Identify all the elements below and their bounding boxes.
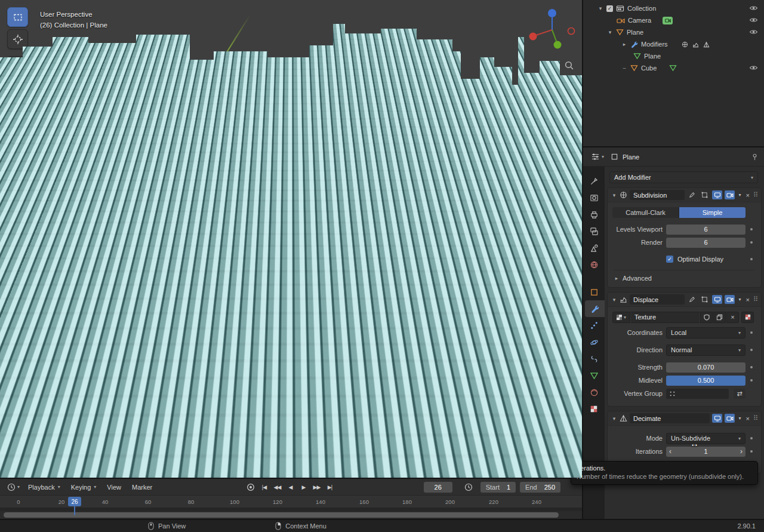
- menu-playback[interactable]: Playback▾: [23, 482, 65, 493]
- direction-dropdown[interactable]: Normal▾: [666, 345, 745, 356]
- menu-marker[interactable]: Marker: [127, 482, 157, 493]
- animate-dot[interactable]: [749, 349, 754, 351]
- tab-material[interactable]: [583, 384, 605, 401]
- strength-field[interactable]: 0.070: [666, 362, 745, 373]
- outliner-row-plane[interactable]: ▾ Plane: [583, 26, 764, 38]
- editor-type-button[interactable]: ▾: [589, 151, 606, 162]
- expand-icon[interactable]: ▾: [597, 5, 603, 11]
- hide-in-viewport-eye-icon[interactable]: [749, 64, 758, 72]
- unlink-icon[interactable]: ×: [726, 312, 739, 323]
- play-button[interactable]: ▶: [297, 482, 309, 493]
- expand-icon[interactable]: ▾: [611, 297, 617, 303]
- cage-edit-toggle[interactable]: [700, 190, 710, 199]
- hide-in-viewport-eye-icon[interactable]: [749, 28, 758, 36]
- animate-dot[interactable]: [749, 228, 754, 230]
- tab-constraints[interactable]: [583, 350, 605, 367]
- modifier-extras-icon[interactable]: ▾: [737, 297, 742, 302]
- zoom-view-button[interactable]: [562, 59, 576, 72]
- jump-to-end-button[interactable]: ▶|: [324, 482, 335, 493]
- box-select-tool-button[interactable]: [7, 7, 28, 27]
- decimate-header[interactable]: ▾ Decimate ▾ × ⠿: [608, 411, 761, 426]
- decimate-mini-icon[interactable]: [703, 41, 710, 48]
- texture-name-field[interactable]: Texture: [631, 312, 700, 323]
- tab-modifiers[interactable]: [585, 300, 605, 317]
- fake-user-shield-icon[interactable]: [700, 312, 713, 323]
- decrement-arrow-icon[interactable]: ‹: [666, 447, 674, 456]
- tab-scene[interactable]: [583, 239, 605, 256]
- add-modifier-dropdown[interactable]: Add Modifier ▾: [609, 171, 758, 183]
- outliner-row-cube[interactable]: – Cube: [583, 62, 764, 74]
- auto-keying-button[interactable]: [245, 482, 257, 493]
- animate-dot[interactable]: [749, 241, 754, 244]
- transform-tool-button[interactable]: [7, 122, 28, 142]
- tab-object-data[interactable]: [583, 367, 605, 384]
- toggle-ortho-grid-button[interactable]: [562, 121, 576, 134]
- annotate-tool-button[interactable]: [7, 149, 28, 169]
- move-tool-button[interactable]: [7, 56, 28, 76]
- timeline-editor-type-button[interactable]: ▾: [5, 482, 22, 493]
- use-preview-range-icon[interactable]: [464, 483, 473, 491]
- prev-keyframe-button[interactable]: ◀◀: [271, 482, 283, 493]
- outliner-row-camera[interactable]: Camera: [583, 14, 764, 26]
- animate-dot[interactable]: [749, 331, 754, 334]
- rotate-tool-button[interactable]: [7, 78, 28, 98]
- animate-dot[interactable]: [749, 366, 754, 368]
- simple-button[interactable]: Simple: [679, 207, 745, 218]
- tab-tool[interactable]: [583, 173, 605, 189]
- hide-in-viewport-eye-icon[interactable]: [749, 4, 758, 12]
- expand-icon[interactable]: ▾: [611, 192, 617, 198]
- subdivision-header[interactable]: ▾ Subdivision ▾ × ⠿: [608, 188, 761, 202]
- render-display-toggle[interactable]: [725, 295, 735, 304]
- camera-data-badge[interactable]: [663, 17, 673, 24]
- pan-view-button[interactable]: [562, 79, 576, 93]
- animate-dot[interactable]: [749, 379, 754, 382]
- expand-icon[interactable]: ▾: [611, 416, 617, 422]
- displace-header[interactable]: ▾ Displace ▾ × ⠿: [608, 293, 761, 307]
- iterations-field[interactable]: ‹ 1 ›: [666, 447, 745, 457]
- catmull-clark-button[interactable]: Catmull-Clark: [612, 207, 679, 218]
- outliner-row-collection[interactable]: ▾ ✓ Collection: [583, 2, 764, 14]
- drag-handle-icon[interactable]: ⠿: [753, 191, 757, 199]
- animate-dot[interactable]: [749, 258, 754, 260]
- duplicate-data-icon[interactable]: [713, 312, 726, 323]
- optimal-display-checkbox[interactable]: ✓: [666, 256, 673, 263]
- outliner-label-camera[interactable]: Camera: [628, 17, 651, 24]
- jump-to-start-button[interactable]: |◀: [258, 482, 270, 493]
- tab-render[interactable]: [583, 189, 605, 206]
- increment-arrow-icon[interactable]: ›: [737, 447, 745, 456]
- current-frame-field[interactable]: 26: [424, 482, 452, 493]
- outliner-label-collection[interactable]: Collection: [627, 5, 656, 12]
- realtime-display-toggle[interactable]: [712, 295, 722, 304]
- hide-in-viewport-eye-icon[interactable]: [749, 16, 758, 24]
- animate-dot[interactable]: [749, 437, 754, 439]
- tab-texture[interactable]: [583, 401, 605, 417]
- next-keyframe-button[interactable]: ▶▶: [310, 482, 322, 493]
- current-frame-marker[interactable]: 26: [68, 497, 81, 506]
- outliner-row-modifiers[interactable]: ▸ Modifiers: [583, 38, 764, 50]
- cube-mesh-data-badge[interactable]: [668, 64, 678, 72]
- measure-tool-button[interactable]: [7, 171, 28, 191]
- render-display-toggle[interactable]: [725, 414, 735, 423]
- subdivision-mini-icon[interactable]: [682, 41, 688, 48]
- realtime-display-toggle[interactable]: [712, 414, 722, 423]
- animate-dot[interactable]: [749, 450, 754, 453]
- 3d-viewport[interactable]: User Perspective (26) Collection | Plane: [0, 0, 582, 478]
- drag-handle-icon[interactable]: ⠿: [753, 414, 757, 422]
- collapse-icon[interactable]: ▸: [621, 41, 627, 47]
- tab-object[interactable]: [583, 284, 605, 300]
- levels-viewport-field[interactable]: 6: [666, 225, 745, 235]
- realtime-display-toggle[interactable]: [712, 190, 722, 199]
- modifier-name-field[interactable]: Subdivision: [630, 190, 685, 200]
- tab-particles[interactable]: [583, 317, 605, 334]
- menu-keying[interactable]: Keying▾: [66, 482, 101, 493]
- cursor-tool-button[interactable]: [7, 29, 28, 49]
- modifier-extras-icon[interactable]: ▾: [737, 192, 742, 198]
- invert-vertex-group-button[interactable]: ⇄: [734, 389, 745, 399]
- expand-icon[interactable]: ▾: [607, 29, 613, 35]
- outliner-label-cube[interactable]: Cube: [641, 64, 657, 72]
- outliner-label-plane-data[interactable]: Plane: [644, 53, 661, 60]
- modifier-name-field[interactable]: Decimate: [630, 413, 710, 423]
- vertex-group-field[interactable]: [666, 389, 729, 399]
- decimate-mode-dropdown[interactable]: Un-Subdivide▾: [666, 433, 745, 444]
- close-icon[interactable]: ×: [745, 415, 751, 422]
